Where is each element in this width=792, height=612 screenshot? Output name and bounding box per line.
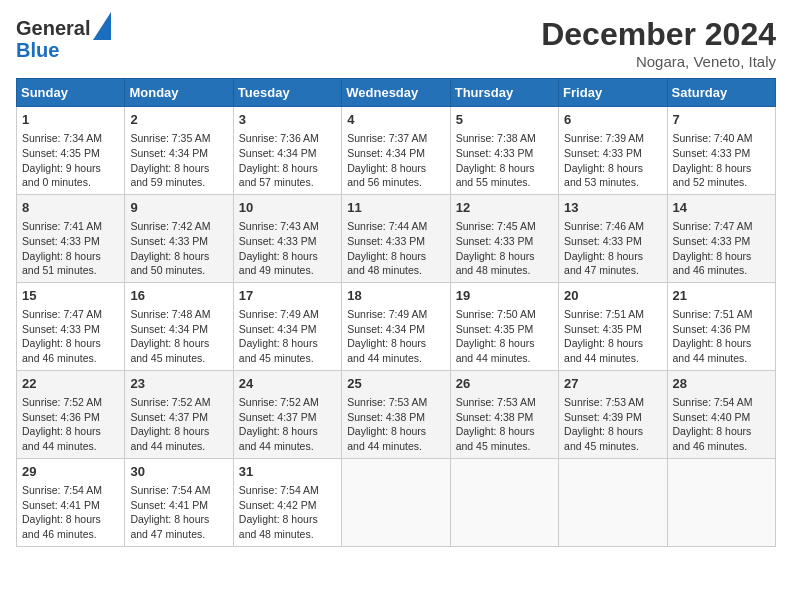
day-info: Sunrise: 7:42 AMSunset: 4:33 PMDaylight:… — [130, 219, 227, 278]
calendar-week-row: 29Sunrise: 7:54 AMSunset: 4:41 PMDayligh… — [17, 458, 776, 546]
calendar-cell: 23Sunrise: 7:52 AMSunset: 4:37 PMDayligh… — [125, 370, 233, 458]
day-info: Sunrise: 7:50 AMSunset: 4:35 PMDaylight:… — [456, 307, 553, 366]
day-info: Sunrise: 7:34 AMSunset: 4:35 PMDaylight:… — [22, 131, 119, 190]
day-info: Sunrise: 7:52 AMSunset: 4:36 PMDaylight:… — [22, 395, 119, 454]
day-info: Sunrise: 7:39 AMSunset: 4:33 PMDaylight:… — [564, 131, 661, 190]
month-title: December 2024 — [541, 16, 776, 53]
calendar-cell — [342, 458, 450, 546]
day-number: 24 — [239, 375, 336, 393]
calendar-cell: 26Sunrise: 7:53 AMSunset: 4:38 PMDayligh… — [450, 370, 558, 458]
calendar-cell: 4Sunrise: 7:37 AMSunset: 4:34 PMDaylight… — [342, 107, 450, 195]
calendar-header-friday: Friday — [559, 79, 667, 107]
calendar-cell: 1Sunrise: 7:34 AMSunset: 4:35 PMDaylight… — [17, 107, 125, 195]
day-number: 23 — [130, 375, 227, 393]
calendar-header-saturday: Saturday — [667, 79, 775, 107]
calendar-cell: 20Sunrise: 7:51 AMSunset: 4:35 PMDayligh… — [559, 282, 667, 370]
day-info: Sunrise: 7:47 AMSunset: 4:33 PMDaylight:… — [673, 219, 770, 278]
day-number: 7 — [673, 111, 770, 129]
calendar-header-tuesday: Tuesday — [233, 79, 341, 107]
calendar-header-row: SundayMondayTuesdayWednesdayThursdayFrid… — [17, 79, 776, 107]
calendar-cell: 6Sunrise: 7:39 AMSunset: 4:33 PMDaylight… — [559, 107, 667, 195]
day-number: 1 — [22, 111, 119, 129]
day-number: 15 — [22, 287, 119, 305]
day-info: Sunrise: 7:41 AMSunset: 4:33 PMDaylight:… — [22, 219, 119, 278]
calendar-cell: 3Sunrise: 7:36 AMSunset: 4:34 PMDaylight… — [233, 107, 341, 195]
logo: General Blue — [16, 16, 111, 60]
calendar-cell: 31Sunrise: 7:54 AMSunset: 4:42 PMDayligh… — [233, 458, 341, 546]
day-number: 2 — [130, 111, 227, 129]
day-number: 22 — [22, 375, 119, 393]
location-title: Nogara, Veneto, Italy — [541, 53, 776, 70]
day-info: Sunrise: 7:46 AMSunset: 4:33 PMDaylight:… — [564, 219, 661, 278]
calendar-week-row: 22Sunrise: 7:52 AMSunset: 4:36 PMDayligh… — [17, 370, 776, 458]
calendar-cell: 22Sunrise: 7:52 AMSunset: 4:36 PMDayligh… — [17, 370, 125, 458]
day-number: 30 — [130, 463, 227, 481]
page-header: General Blue December 2024 Nogara, Venet… — [16, 16, 776, 70]
title-area: December 2024 Nogara, Veneto, Italy — [541, 16, 776, 70]
calendar-cell: 10Sunrise: 7:43 AMSunset: 4:33 PMDayligh… — [233, 194, 341, 282]
calendar-cell: 15Sunrise: 7:47 AMSunset: 4:33 PMDayligh… — [17, 282, 125, 370]
day-number: 5 — [456, 111, 553, 129]
day-number: 3 — [239, 111, 336, 129]
calendar-cell: 27Sunrise: 7:53 AMSunset: 4:39 PMDayligh… — [559, 370, 667, 458]
calendar-cell: 21Sunrise: 7:51 AMSunset: 4:36 PMDayligh… — [667, 282, 775, 370]
calendar-header-wednesday: Wednesday — [342, 79, 450, 107]
day-number: 18 — [347, 287, 444, 305]
day-number: 14 — [673, 199, 770, 217]
day-info: Sunrise: 7:37 AMSunset: 4:34 PMDaylight:… — [347, 131, 444, 190]
calendar-cell — [450, 458, 558, 546]
day-info: Sunrise: 7:54 AMSunset: 4:40 PMDaylight:… — [673, 395, 770, 454]
calendar-table: SundayMondayTuesdayWednesdayThursdayFrid… — [16, 78, 776, 547]
day-number: 26 — [456, 375, 553, 393]
day-number: 13 — [564, 199, 661, 217]
calendar-cell — [559, 458, 667, 546]
day-info: Sunrise: 7:54 AMSunset: 4:41 PMDaylight:… — [130, 483, 227, 542]
day-number: 20 — [564, 287, 661, 305]
calendar-cell: 5Sunrise: 7:38 AMSunset: 4:33 PMDaylight… — [450, 107, 558, 195]
day-info: Sunrise: 7:52 AMSunset: 4:37 PMDaylight:… — [239, 395, 336, 454]
day-number: 27 — [564, 375, 661, 393]
day-info: Sunrise: 7:54 AMSunset: 4:41 PMDaylight:… — [22, 483, 119, 542]
day-info: Sunrise: 7:52 AMSunset: 4:37 PMDaylight:… — [130, 395, 227, 454]
calendar-cell: 2Sunrise: 7:35 AMSunset: 4:34 PMDaylight… — [125, 107, 233, 195]
day-number: 21 — [673, 287, 770, 305]
calendar-week-row: 8Sunrise: 7:41 AMSunset: 4:33 PMDaylight… — [17, 194, 776, 282]
logo-general-text: General — [16, 17, 90, 39]
calendar-header-monday: Monday — [125, 79, 233, 107]
day-number: 8 — [22, 199, 119, 217]
day-info: Sunrise: 7:40 AMSunset: 4:33 PMDaylight:… — [673, 131, 770, 190]
day-info: Sunrise: 7:47 AMSunset: 4:33 PMDaylight:… — [22, 307, 119, 366]
calendar-week-row: 15Sunrise: 7:47 AMSunset: 4:33 PMDayligh… — [17, 282, 776, 370]
day-number: 19 — [456, 287, 553, 305]
day-number: 16 — [130, 287, 227, 305]
day-number: 25 — [347, 375, 444, 393]
calendar-cell: 30Sunrise: 7:54 AMSunset: 4:41 PMDayligh… — [125, 458, 233, 546]
day-number: 4 — [347, 111, 444, 129]
calendar-cell: 25Sunrise: 7:53 AMSunset: 4:38 PMDayligh… — [342, 370, 450, 458]
calendar-cell: 8Sunrise: 7:41 AMSunset: 4:33 PMDaylight… — [17, 194, 125, 282]
day-info: Sunrise: 7:49 AMSunset: 4:34 PMDaylight:… — [347, 307, 444, 366]
calendar-cell: 28Sunrise: 7:54 AMSunset: 4:40 PMDayligh… — [667, 370, 775, 458]
calendar-cell: 18Sunrise: 7:49 AMSunset: 4:34 PMDayligh… — [342, 282, 450, 370]
day-info: Sunrise: 7:51 AMSunset: 4:35 PMDaylight:… — [564, 307, 661, 366]
day-number: 28 — [673, 375, 770, 393]
day-info: Sunrise: 7:35 AMSunset: 4:34 PMDaylight:… — [130, 131, 227, 190]
logo-triangle-icon — [93, 12, 111, 40]
day-info: Sunrise: 7:53 AMSunset: 4:38 PMDaylight:… — [456, 395, 553, 454]
day-info: Sunrise: 7:36 AMSunset: 4:34 PMDaylight:… — [239, 131, 336, 190]
day-info: Sunrise: 7:49 AMSunset: 4:34 PMDaylight:… — [239, 307, 336, 366]
day-number: 31 — [239, 463, 336, 481]
calendar-cell: 7Sunrise: 7:40 AMSunset: 4:33 PMDaylight… — [667, 107, 775, 195]
day-info: Sunrise: 7:53 AMSunset: 4:39 PMDaylight:… — [564, 395, 661, 454]
calendar-cell: 24Sunrise: 7:52 AMSunset: 4:37 PMDayligh… — [233, 370, 341, 458]
calendar-cell: 19Sunrise: 7:50 AMSunset: 4:35 PMDayligh… — [450, 282, 558, 370]
calendar-cell: 11Sunrise: 7:44 AMSunset: 4:33 PMDayligh… — [342, 194, 450, 282]
day-info: Sunrise: 7:51 AMSunset: 4:36 PMDaylight:… — [673, 307, 770, 366]
calendar-header-sunday: Sunday — [17, 79, 125, 107]
day-number: 11 — [347, 199, 444, 217]
day-number: 9 — [130, 199, 227, 217]
day-info: Sunrise: 7:48 AMSunset: 4:34 PMDaylight:… — [130, 307, 227, 366]
calendar-cell: 14Sunrise: 7:47 AMSunset: 4:33 PMDayligh… — [667, 194, 775, 282]
calendar-cell: 17Sunrise: 7:49 AMSunset: 4:34 PMDayligh… — [233, 282, 341, 370]
calendar-cell: 12Sunrise: 7:45 AMSunset: 4:33 PMDayligh… — [450, 194, 558, 282]
